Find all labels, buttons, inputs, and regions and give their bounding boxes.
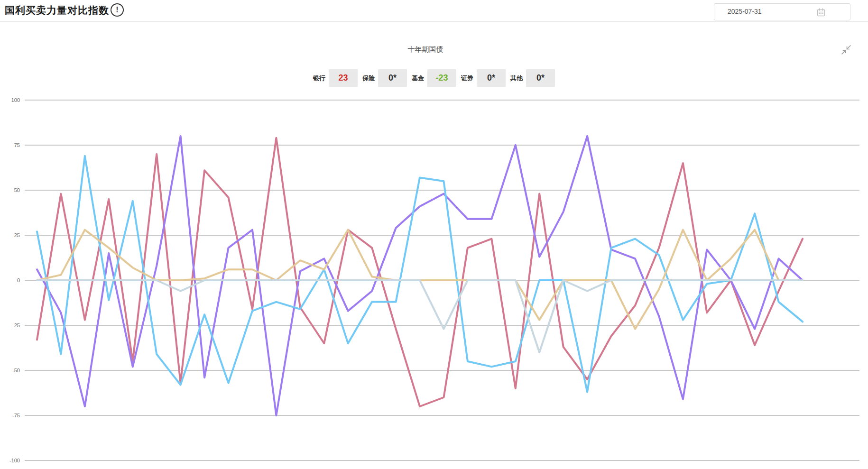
y-axis-label: -50 (12, 368, 20, 373)
y-axis-label: -25 (12, 322, 20, 328)
legend-item-securities: 证券 0* (461, 69, 506, 87)
legend-value-badge: 0* (477, 69, 506, 87)
header-bar: 国利买卖力量对比指数 ! 2025-07-31 (0, 0, 868, 22)
legend-label: 银行 (313, 74, 325, 83)
legend-value-badge: -23 (427, 69, 456, 87)
y-axis-label: 75 (14, 142, 20, 148)
legend-item-bank: 银行 23 (313, 69, 358, 87)
date-picker-input[interactable]: 2025-07-31 (714, 3, 850, 20)
legend-value-badge: 0* (526, 69, 555, 87)
legend-item-insurance: 保险 0* (362, 69, 407, 87)
collapse-icon[interactable] (840, 44, 852, 55)
legend-item-fund: 基金 -23 (412, 69, 456, 87)
page-title: 国利买卖力量对比指数 (5, 4, 109, 17)
y-axis-label: 25 (14, 232, 20, 238)
calendar-icon (817, 8, 825, 17)
chart-title: 十年期国债 (0, 45, 851, 54)
page: 1007550250-25-50-75-100 国利买卖力量对比指数 ! 202… (0, 0, 868, 469)
info-icon[interactable]: ! (111, 3, 124, 17)
date-value: 2025-07-31 (728, 8, 762, 15)
legend-label: 其他 (510, 74, 523, 83)
legend-item-others: 其他 0* (510, 69, 555, 87)
legend-row: 银行 23 保险 0* 基金 -23 证券 0* 其他 0* (0, 69, 868, 87)
y-axis-label: 100 (11, 97, 20, 103)
legend-value-badge: 0* (378, 69, 407, 87)
y-axis-label: 50 (14, 187, 20, 193)
legend-label: 基金 (412, 74, 424, 83)
y-axis-label: 0 (17, 277, 20, 283)
legend-value-badge: 23 (329, 69, 358, 87)
legend-label: 保险 (362, 74, 375, 83)
y-axis-label: -100 (9, 458, 20, 463)
legend-label: 证券 (461, 74, 473, 83)
series-line-其他 (37, 280, 803, 352)
y-axis-label: -75 (12, 413, 20, 418)
